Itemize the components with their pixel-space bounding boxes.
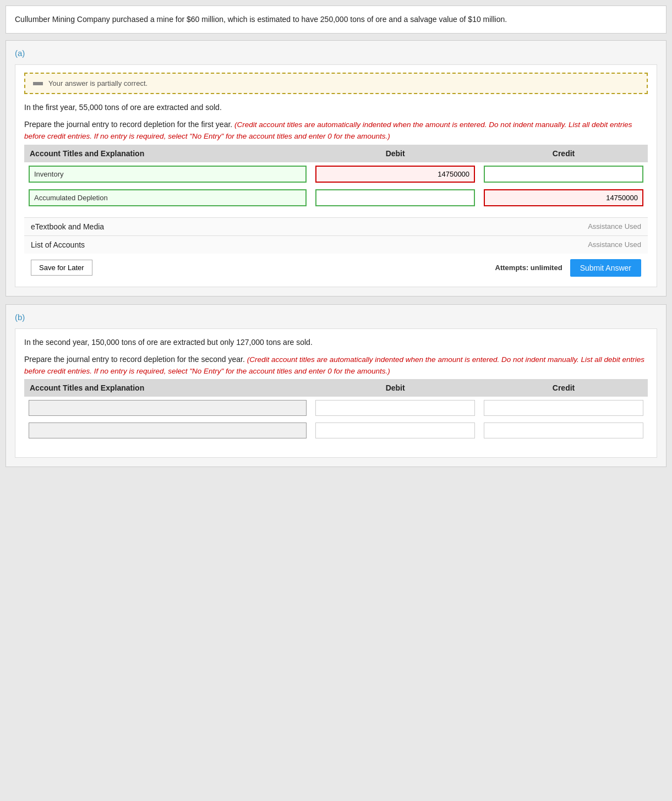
- account-input-b2[interactable]: [29, 423, 307, 438]
- table-row: [24, 162, 648, 186]
- header-account-b: Account Titles and Explanation: [24, 379, 311, 397]
- header-debit-a: Debit: [311, 145, 479, 162]
- save-later-button[interactable]: Save for Later: [31, 260, 92, 276]
- list-accounts-row: List of Accounts Assistance Used: [24, 235, 648, 254]
- instruction-b: (Credit account titles are automatically…: [24, 355, 644, 375]
- section-b-info: In the second year, 150,000 tons of ore …: [24, 337, 648, 348]
- right-actions: Attempts: unlimited Submit Answer: [495, 259, 641, 277]
- section-b-panel: (b) In the second year, 150,000 tons of …: [6, 304, 666, 468]
- table-row: [24, 397, 648, 419]
- credit-input-b2[interactable]: [484, 423, 643, 438]
- debit-input-b2[interactable]: [315, 423, 475, 438]
- intro-text: Cullumber Mining Company purchased a min…: [15, 15, 507, 24]
- prepare-label: Prepare the journal entry to record depl…: [24, 119, 648, 142]
- list-accounts-assistance: Assistance Used: [588, 240, 641, 249]
- journal-table-a: Account Titles and Explanation Debit Cre…: [24, 145, 648, 210]
- section-b-label: (b): [15, 312, 657, 322]
- prepare-label-b: Prepare the journal entry to record depl…: [24, 354, 648, 377]
- feedback-text: Your answer is partially correct.: [48, 79, 147, 87]
- credit-input-a2[interactable]: [484, 189, 643, 206]
- table-row: [24, 186, 648, 210]
- header-credit-a: Credit: [479, 145, 648, 162]
- table-row: [24, 419, 648, 442]
- debit-input-a2[interactable]: [315, 189, 475, 206]
- debit-input-a1[interactable]: [315, 166, 475, 183]
- header-debit-b: Debit: [311, 379, 479, 397]
- feedback-box: Your answer is partially correct.: [24, 73, 648, 94]
- credit-input-b1[interactable]: [484, 400, 643, 416]
- submit-button[interactable]: Submit Answer: [570, 259, 641, 277]
- etextbook-row: eTextbook and Media Assistance Used: [24, 217, 648, 235]
- header-account-a: Account Titles and Explanation: [24, 145, 311, 162]
- account-input-b1[interactable]: [29, 400, 307, 416]
- action-row-a: Save for Later Attempts: unlimited Submi…: [24, 254, 648, 279]
- debit-input-b1[interactable]: [315, 400, 475, 416]
- journal-table-b: Account Titles and Explanation Debit Cre…: [24, 379, 648, 442]
- etextbook-label: eTextbook and Media: [31, 222, 104, 231]
- section-a-info: In the first year, 55,000 tons of ore ar…: [24, 102, 648, 113]
- intro-box: Cullumber Mining Company purchased a min…: [6, 6, 666, 34]
- credit-input-a1[interactable]: [484, 166, 643, 183]
- instruction-a: (Credit account titles are automatically…: [24, 120, 632, 140]
- attempts-text: Attempts: unlimited: [495, 264, 562, 272]
- section-a-panel: (a) Your answer is partially correct. In…: [6, 40, 666, 297]
- section-a-label: (a): [15, 48, 657, 58]
- feedback-icon: [33, 82, 43, 85]
- account-input-a1[interactable]: [29, 166, 307, 183]
- list-accounts-label: List of Accounts: [31, 240, 85, 249]
- etextbook-assistance: Assistance Used: [588, 222, 641, 231]
- header-credit-b: Credit: [479, 379, 648, 397]
- account-input-a2[interactable]: [29, 189, 307, 206]
